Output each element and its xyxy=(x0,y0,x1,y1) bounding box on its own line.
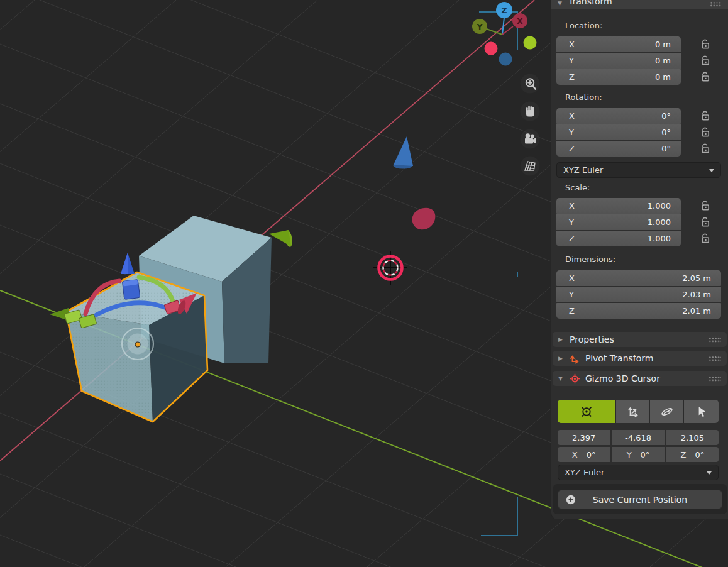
camera-view-icon[interactable] xyxy=(521,129,540,149)
move-mode-button[interactable] xyxy=(616,400,649,423)
rotation-label: Rotation: xyxy=(565,92,602,102)
scale-y-field[interactable]: Y 1.000 xyxy=(556,214,681,230)
cursor-rot-y-value[interactable]: Y 0° xyxy=(612,447,664,462)
svg-text:Y: Y xyxy=(477,23,483,31)
unlock-icon[interactable] xyxy=(699,70,712,83)
rotation-mode-dropdown[interactable]: XYZ Euler xyxy=(556,162,721,178)
unlock-icon[interactable] xyxy=(699,199,712,212)
scale-label: Scale: xyxy=(565,183,590,192)
select-mode-button[interactable] xyxy=(684,400,719,423)
location-z-field[interactable]: Z 0 m xyxy=(556,69,681,85)
collapse-triangle-icon[interactable]: ▼ xyxy=(558,0,562,6)
rotation-y-field[interactable]: Y 0° xyxy=(556,124,681,140)
transform-panel-header[interactable]: ▼ Transform xyxy=(551,0,728,9)
unlock-icon[interactable] xyxy=(699,109,712,122)
panel-drag-grip-icon[interactable] xyxy=(710,1,722,8)
panel-drag-grip-icon[interactable] xyxy=(709,355,721,362)
chevron-down-icon xyxy=(709,169,714,172)
subpanel-pivot-transform-header[interactable]: ▶ Pivot Transform xyxy=(553,351,727,366)
svg-text:X: X xyxy=(517,17,523,26)
nav-axis-ball-y[interactable]: Y xyxy=(472,19,487,34)
cursor-rotation-row: X 0° Y 0° Z 0° xyxy=(558,447,719,462)
dimensions-x-field[interactable]: X 2.05 m xyxy=(556,270,721,286)
chevron-down-icon xyxy=(707,471,712,475)
pivot-transform-icon xyxy=(570,353,580,364)
gizmo-3d-cursor-icon xyxy=(570,373,580,384)
cursor-y-value[interactable]: -4.618 xyxy=(612,430,664,445)
plus-circle-icon xyxy=(566,495,576,505)
cursor-rot-x-value[interactable]: X 0° xyxy=(558,447,610,462)
collapse-triangle-icon: ▶ xyxy=(558,355,565,361)
unlock-icon[interactable] xyxy=(699,126,712,138)
subpanel-gizmo-3d-cursor-header[interactable]: ▼ Gizmo 3D Cursor xyxy=(553,371,727,386)
orbit-icon xyxy=(660,405,674,419)
cursor-mode-button-active[interactable] xyxy=(558,400,615,423)
cursor-rotation-mode-dropdown[interactable]: XYZ Euler xyxy=(558,465,719,480)
pan-hand-icon[interactable] xyxy=(521,102,540,121)
sidebar-panel: ▼ Transform Location: X 0 m Y 0 m Z 0 m … xyxy=(551,0,728,519)
cursor-arrow-icon xyxy=(695,405,709,419)
svg-text:Z: Z xyxy=(501,6,507,15)
save-button-container: Save Current Position xyxy=(553,484,727,514)
scale-z-field[interactable]: Z 1.000 xyxy=(556,231,681,246)
transform-panel-title: Transform xyxy=(568,0,612,6)
location-y-field[interactable]: Y 0 m xyxy=(556,53,681,69)
collapse-triangle-icon: ▶ xyxy=(558,336,565,343)
rotation-x-field[interactable]: X 0° xyxy=(556,108,681,124)
cursor-x-value[interactable]: 2.397 xyxy=(558,430,610,445)
location-label: Location: xyxy=(565,21,602,30)
nav-axis-ball-neg-x[interactable] xyxy=(485,42,498,55)
collapse-triangle-icon: ▼ xyxy=(558,375,565,382)
nav-axis-ball-neg-z[interactable] xyxy=(499,53,512,66)
orthographic-grid-icon[interactable] xyxy=(521,157,540,176)
cursor-z-value[interactable]: 2.105 xyxy=(666,430,719,445)
unlock-icon[interactable] xyxy=(699,142,712,155)
unlock-icon[interactable] xyxy=(699,54,712,67)
cursor-rot-z-value[interactable]: Z 0° xyxy=(666,447,719,462)
subpanel-properties-header[interactable]: ▶ Properties xyxy=(553,332,727,347)
cursor-gizmo-mode-buttons xyxy=(558,400,719,423)
move-axes-icon xyxy=(626,405,640,419)
unlock-icon[interactable] xyxy=(699,216,712,228)
unlock-icon[interactable] xyxy=(699,232,712,245)
scale-x-field[interactable]: X 1.000 xyxy=(556,198,681,214)
unlock-icon[interactable] xyxy=(699,38,712,50)
dimensions-label: Dimensions: xyxy=(565,255,615,264)
cursor-position-row: 2.397 -4.618 2.105 xyxy=(558,430,719,445)
3d-cursor-icon xyxy=(580,405,593,419)
nav-axis-ball-neg-y[interactable] xyxy=(524,36,537,50)
panel-drag-grip-icon[interactable] xyxy=(709,336,721,343)
save-current-position-button[interactable]: Save Current Position xyxy=(558,490,722,509)
dimensions-z-field[interactable]: Z 2.01 m xyxy=(556,303,721,319)
nav-axis-ball-x[interactable]: X xyxy=(512,13,527,28)
dimensions-y-field[interactable]: Y 2.03 m xyxy=(556,287,721,302)
location-x-field[interactable]: X 0 m xyxy=(556,36,681,52)
rotation-z-field[interactable]: Z 0° xyxy=(556,141,681,157)
nav-axis-ball-z[interactable]: Z xyxy=(496,2,512,18)
orbit-mode-button[interactable] xyxy=(650,400,683,423)
zoom-icon[interactable] xyxy=(521,74,540,94)
panel-drag-grip-icon[interactable] xyxy=(709,375,721,382)
